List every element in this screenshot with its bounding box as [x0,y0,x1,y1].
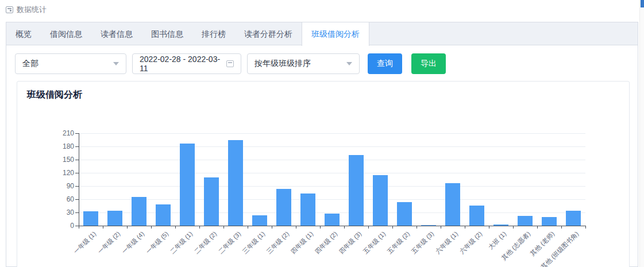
y-axis-tick-label: 90 [51,182,74,190]
bar [397,202,412,226]
grid-line [79,173,585,173]
x-axis-tick-label: 五年级 (3) [410,230,436,256]
bar [107,211,122,226]
x-axis-tick-label: 大班 (1) [487,230,508,251]
grid-line [79,186,585,187]
y-axis-tick-label: 0 [51,222,74,230]
bar [83,211,98,226]
bar [325,214,340,226]
x-axis-tick-label: 六年级 (1) [434,230,460,256]
date-range-value: 2022-02-28 - 2022-03-11 [140,55,226,73]
tab-book-info[interactable]: 图书信息 [142,22,192,45]
bar [373,175,388,226]
calendar-icon [6,6,13,13]
tab-class-borrow-analysis[interactable]: 班级借阅分析 [302,22,369,46]
grid-line [79,212,585,213]
y-axis-line [79,133,79,226]
grid-line [79,199,585,200]
bar [132,197,146,226]
x-axis-tick-label: 三年级 (2) [265,230,291,256]
x-axis-tick [585,226,586,229]
x-axis-tick-label: 五年级 (1) [361,230,388,256]
page-scrollbar[interactable] [639,0,644,267]
bar [204,177,219,226]
x-axis-tick-label: 六年级 (2) [458,230,484,256]
sort-order-select[interactable]: 按年级班级排序 [247,53,360,74]
bar [518,216,533,226]
bar [349,155,364,226]
grid-line [79,133,585,134]
tab-reader-info[interactable]: 读者信息 [91,22,142,45]
y-axis-tick-label: 60 [51,195,74,203]
calendar-icon [226,60,234,67]
tab-overview[interactable]: 概览 [6,22,41,45]
tab-reader-group-analysis[interactable]: 读者分群分析 [235,22,302,45]
date-range-input[interactable]: 2022-02-28 - 2022-03-11 [132,53,241,74]
y-axis-tick-label: 120 [51,169,74,177]
bar-chart: 0306090120150180210一年级 (1)一年级 (2)一年级 (4)… [79,133,585,226]
x-axis-tick-label: 一年级 (5) [144,230,171,256]
scrollbar-thumb[interactable] [641,0,644,7]
y-axis-tick-label: 180 [51,142,74,150]
tab-ranking[interactable]: 排行榜 [192,22,235,45]
tabs-card: 概览 借阅信息 读者信息 图书信息 排行榜 读者分群分析 班级借阅分析 全部 2… [6,22,638,267]
breadcrumb-label: 数据统计 [17,5,47,15]
bar [445,183,460,226]
bar [542,217,557,226]
y-axis-tick-label: 30 [51,208,74,216]
grid-line [79,146,585,147]
class-filter-select[interactable]: 全部 [15,53,126,74]
x-axis-tick-label: 三年级 (1) [241,230,267,256]
chart-title: 班级借阅分析 [17,82,629,101]
bar [180,144,195,226]
tab-borrow-info[interactable]: 借阅信息 [41,22,91,45]
x-axis-tick-label: 四年级 (3) [337,230,364,256]
x-axis-tick-label: 一年级 (1) [72,230,98,256]
bar [469,206,484,226]
bar [228,140,243,226]
chevron-down-icon [113,62,119,65]
y-axis-tick-label: 210 [51,129,74,137]
bar [566,211,581,226]
bar [252,215,267,226]
x-axis-tick-label: 二年级 (2) [192,230,219,256]
chevron-down-icon [346,62,352,65]
sort-order-value: 按年级班级排序 [254,59,311,69]
breadcrumb: 数据统计 [6,5,47,15]
x-axis-line [79,226,585,226]
export-button[interactable]: 导出 [411,53,446,74]
grid-line [79,160,585,160]
bar [300,194,315,226]
x-axis-tick-label: 二年级 (3) [217,230,243,256]
x-axis-tick-label: 四年级 (1) [289,230,315,256]
chart-panel: 班级借阅分析 0306090120150180210一年级 (1)一年级 (2)… [17,81,630,267]
bar [156,204,171,226]
class-filter-value: 全部 [22,59,38,69]
tab-bar: 概览 借阅信息 读者信息 图书信息 排行榜 读者分群分析 班级借阅分析 [6,22,638,45]
bar [276,189,291,226]
x-axis-tick-label: 五年级 (2) [385,230,412,256]
x-axis-tick-label: 四年级 (2) [313,230,340,256]
query-button[interactable]: 查询 [368,53,402,74]
x-axis-tick-label: 一年级 (4) [120,230,146,256]
filter-row: 全部 2022-02-28 - 2022-03-11 按年级班级排序 查询 导出 [6,45,638,74]
x-axis-tick-label: 二年级 (1) [168,230,195,256]
x-axis-tick-label: 一年级 (2) [96,230,122,256]
y-axis-tick-label: 150 [51,156,74,164]
